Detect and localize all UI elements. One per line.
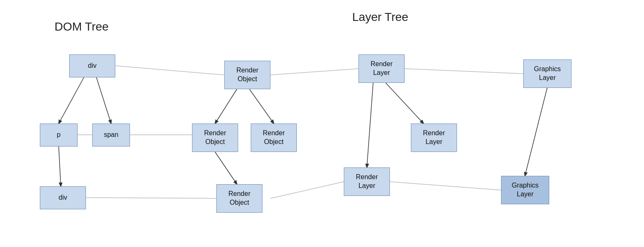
- svg-line-5: [215, 152, 237, 184]
- svg-line-6: [367, 83, 373, 167]
- svg-line-12: [270, 182, 344, 198]
- svg-line-0: [59, 77, 84, 124]
- dom-tree-title: DOM Tree: [55, 20, 109, 33]
- dom-node-div-top: div: [69, 54, 115, 77]
- svg-line-1: [96, 77, 111, 124]
- graphics-layer-top: GraphicsLayer: [523, 59, 571, 88]
- svg-line-15: [525, 88, 547, 176]
- render-object-bottom: RenderObject: [216, 184, 262, 213]
- svg-line-13: [405, 69, 523, 74]
- svg-line-11: [270, 69, 358, 75]
- svg-line-14: [390, 182, 501, 190]
- layer-tree-title: Layer Tree: [352, 10, 408, 24]
- dom-node-span: span: [92, 124, 130, 147]
- dom-node-p: p: [40, 124, 78, 147]
- render-layer-top: RenderLayer: [358, 54, 405, 83]
- graphics-layer-bottom: GraphicsLayer: [501, 176, 549, 204]
- render-object-right: RenderObject: [251, 124, 297, 152]
- svg-line-3: [215, 89, 237, 124]
- render-layer-mid-left: RenderLayer: [344, 167, 390, 196]
- svg-line-7: [386, 83, 423, 124]
- svg-line-10: [115, 66, 224, 75]
- svg-line-2: [59, 147, 61, 186]
- render-layer-mid-right: RenderLayer: [411, 124, 457, 152]
- svg-line-8: [86, 198, 224, 198]
- diagram-container: DOM Tree Layer Tree: [0, 0, 644, 247]
- svg-line-4: [249, 89, 274, 124]
- dom-node-div-bottom: div: [40, 186, 86, 209]
- render-object-top: RenderObject: [224, 61, 270, 89]
- render-object-left: RenderObject: [192, 124, 238, 152]
